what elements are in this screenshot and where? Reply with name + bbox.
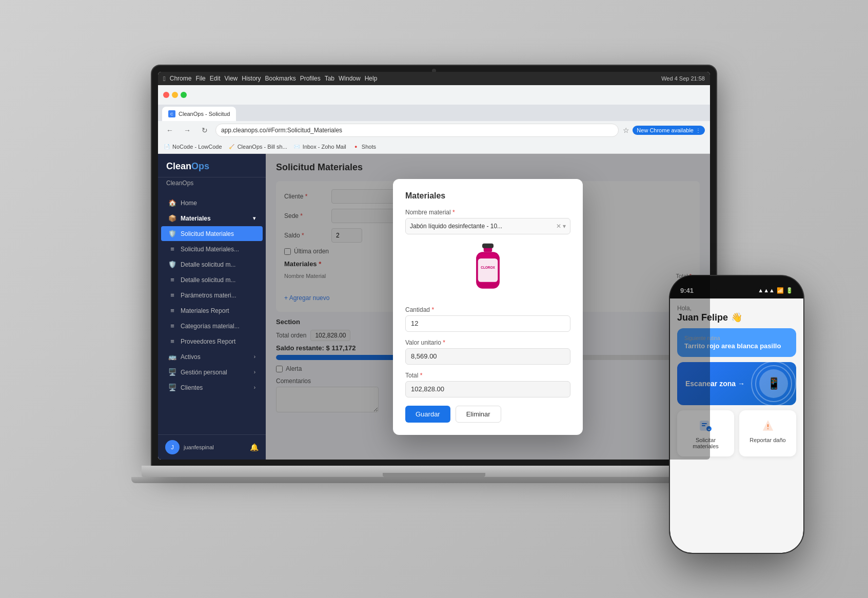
reportar-dano-btn[interactable]: Reportar daño xyxy=(739,410,796,456)
sidebar-item-detalle-2[interactable]: ≡ Detalle solicitud m... xyxy=(161,272,263,287)
menu-edit[interactable]: Edit xyxy=(210,75,221,82)
phone-notch xyxy=(711,276,762,290)
bookmark-shots-icon: ● xyxy=(352,143,360,150)
sidebar-item-categorias[interactable]: ≡ Categorías material... xyxy=(161,318,263,333)
macos-menu-left:  Chrome File Edit View History Bookmark… xyxy=(163,75,377,83)
sidebar-subtitle: CleanOps xyxy=(158,177,266,191)
back-button[interactable]: ← xyxy=(163,124,176,137)
bookmark-cleanops-icon: 🧹 xyxy=(228,143,235,150)
gestion-icon: 🖥️ xyxy=(168,368,176,376)
apple-icon:  xyxy=(163,75,166,83)
product-bottle-image: CLOROX xyxy=(465,242,511,298)
guardar-button[interactable]: Guardar xyxy=(405,406,450,423)
sidebar-item-materiales[interactable]: 📦 Materiales ▾ xyxy=(161,211,263,226)
sidebar-detalle-2-label: Detalle solicitud m... xyxy=(181,276,235,284)
window-controls xyxy=(163,92,187,98)
menu-chrome[interactable]: Chrome xyxy=(170,75,192,82)
sidebar-activos-label: Activos xyxy=(181,353,201,361)
bookmark-inbox-icon: ✉️ xyxy=(293,143,301,150)
sidebar-materiales-label: Materiales xyxy=(181,215,211,222)
url-text: app.cleanops.co/#Form:Solicitud_Material… xyxy=(221,127,342,134)
cantidad-input[interactable] xyxy=(405,315,570,332)
select-icons: ✕ ▾ xyxy=(556,223,566,230)
menu-window[interactable]: Window xyxy=(339,75,361,82)
bookmark-cleanops[interactable]: 🧹 CleanOps - Bill sh... xyxy=(228,143,287,150)
laptop:  Chrome File Edit View History Bookmark… xyxy=(131,66,737,568)
battery-icon: 🔋 xyxy=(786,287,793,294)
sidebar-item-clientes[interactable]: 🖥️ Clientes › xyxy=(161,380,263,395)
cantidad-label: Cantidad * xyxy=(405,306,570,313)
reportar-icon xyxy=(760,417,776,434)
total-modal-input[interactable] xyxy=(405,381,570,397)
address-bar[interactable]: app.cleanops.co/#Form:Solicitud_Material… xyxy=(215,124,619,137)
sidebar-detalle-1-label: Detalle solicitud m... xyxy=(181,261,235,268)
bookmark-shots[interactable]: ● Shots xyxy=(352,143,376,150)
bookmark-nocode-icon: 📄 xyxy=(163,143,170,150)
active-tab[interactable]: C CleanOps - Solicitud xyxy=(162,107,236,121)
sidebar-sol-mat-2-label: Solicitud Materiales... xyxy=(181,246,239,253)
bookmark-nocode[interactable]: 📄 NoCode - LowCode xyxy=(163,143,222,150)
new-chrome-label: New Chrome available xyxy=(637,127,694,133)
wifi-icon: 📶 xyxy=(777,287,784,294)
refresh-button[interactable]: ↻ xyxy=(198,124,211,137)
sidebar-logo-area: CleanOps xyxy=(158,154,266,177)
sidebar-proveedores-label: Proveedores Report xyxy=(181,338,235,345)
window-maximize-btn[interactable] xyxy=(181,92,187,98)
sidebar-item-solicitud-materiales[interactable]: 🛡️ Solicitud Materiales xyxy=(161,226,263,241)
user-avatar: J xyxy=(165,440,180,454)
sidebar-item-materiales-report[interactable]: ≡ Materiales Report xyxy=(161,303,263,318)
new-chrome-badge[interactable]: New Chrome available ⋮ xyxy=(633,126,705,135)
sidebar-categorias-label: Categorías material... xyxy=(181,323,240,330)
nombre-material-label: Nombre material * xyxy=(405,209,570,216)
activos-chevron: › xyxy=(254,354,255,360)
forward-button[interactable]: → xyxy=(181,124,194,137)
menu-bookmarks[interactable]: Bookmarks xyxy=(265,75,296,82)
chrome-toolbar: ← → ↻ app.cleanops.co/#Form:Solicitud_Ma… xyxy=(158,121,710,139)
phone-scan-icon: 📱 xyxy=(767,377,781,390)
sidebar-mat-report-label: Materiales Report xyxy=(181,307,229,314)
laptop-foot xyxy=(131,477,737,483)
scan-circle: 📱 xyxy=(759,369,788,398)
sidebar-item-activos[interactable]: 🚌 Activos › xyxy=(161,349,263,364)
menu-profiles[interactable]: Profiles xyxy=(300,75,321,82)
window-close-btn[interactable] xyxy=(163,92,169,98)
logo-accent: Ops xyxy=(191,161,209,171)
user-name: juanfespinal xyxy=(184,444,246,450)
scene:  Chrome File Edit View History Bookmark… xyxy=(49,30,819,568)
sidebar-item-home[interactable]: 🏠 Home xyxy=(161,195,263,210)
tab-label: CleanOps - Solicitud xyxy=(179,111,230,117)
bookmark-nocode-label: NoCode - LowCode xyxy=(172,144,222,150)
modal-dialog: Materiales Nombre material * Jabón líqui… xyxy=(393,179,583,435)
nombre-material-select[interactable]: Jabón líquido desinfectante - 10... ✕ ▾ xyxy=(405,218,570,234)
sidebar-item-gestion[interactable]: 🖥️ Gestión personal › xyxy=(161,365,263,380)
sidebar-gestion-label: Gestión personal xyxy=(181,369,227,376)
valor-unitario-label: Valor unitario * xyxy=(405,339,570,346)
modal-actions: Guardar Eliminar xyxy=(405,406,570,423)
categorias-icon: ≡ xyxy=(168,322,176,330)
bookmark-inbox[interactable]: ✉️ Inbox - Zoho Mail xyxy=(293,143,346,150)
sidebar-item-parametros[interactable]: ≡ Parámetros materi... xyxy=(161,288,263,303)
menu-view[interactable]: View xyxy=(224,75,238,82)
menu-help[interactable]: Help xyxy=(365,75,378,82)
wave-emoji: 👋 xyxy=(731,312,742,323)
svg-rect-3 xyxy=(478,258,498,282)
sol-mat-2-icon: ≡ xyxy=(168,245,176,253)
sidebar-item-proveedores[interactable]: ≡ Proveedores Report xyxy=(161,334,263,349)
menu-tab[interactable]: Tab xyxy=(325,75,334,82)
macos-time: Wed 4 Sep 21:58 xyxy=(661,75,705,82)
svg-point-12 xyxy=(767,428,768,429)
menu-file[interactable]: File xyxy=(195,75,205,82)
star-icon[interactable]: ☆ xyxy=(623,126,629,134)
valor-unitario-input[interactable] xyxy=(405,348,570,365)
sidebar-clientes-label: Clientes xyxy=(181,384,203,391)
window-minimize-btn[interactable] xyxy=(172,92,178,98)
home-icon: 🏠 xyxy=(168,199,176,207)
chrome-window: C CleanOps - Solicitud ← → ↻ app.cleanop… xyxy=(158,85,710,460)
menu-history[interactable]: History xyxy=(242,75,261,82)
chevron-down-icon: ▾ xyxy=(253,215,255,221)
sidebar-item-solicitud-mat-2[interactable]: ≡ Solicitud Materiales... xyxy=(161,242,263,256)
notification-icon[interactable]: 🔔 xyxy=(250,443,259,451)
eliminar-button[interactable]: Eliminar xyxy=(456,406,501,423)
app-layout: CleanOps CleanOps 🏠 Home 📦 xyxy=(158,154,710,460)
sidebar-item-detalle-1[interactable]: 🛡️ Detalle solicitud m... xyxy=(161,257,263,272)
